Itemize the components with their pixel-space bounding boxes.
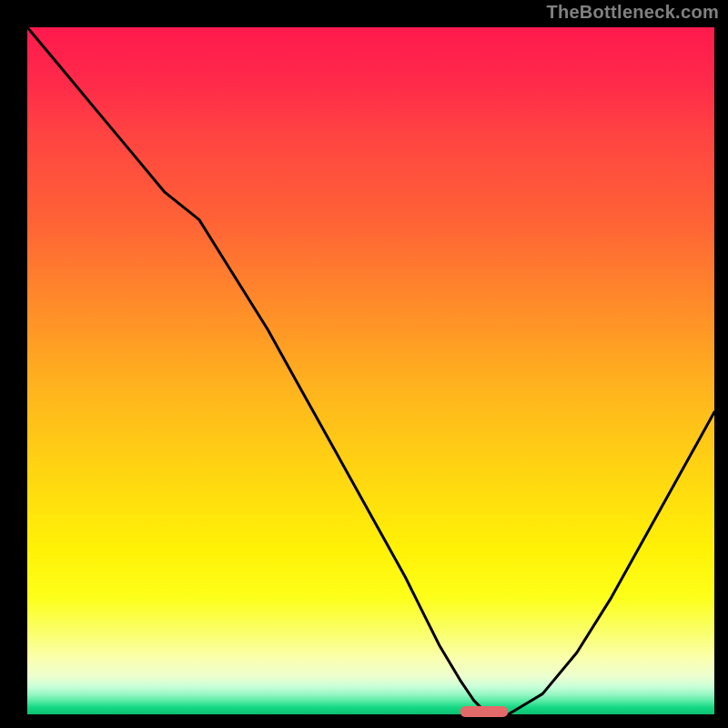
plot-area	[27, 27, 714, 714]
optimal-marker	[460, 706, 509, 717]
curve-svg	[27, 27, 714, 714]
attribution-text: TheBottleneck.com	[546, 2, 719, 23]
chart-frame: TheBottleneck.com	[0, 0, 728, 728]
bottleneck-curve	[27, 27, 714, 714]
